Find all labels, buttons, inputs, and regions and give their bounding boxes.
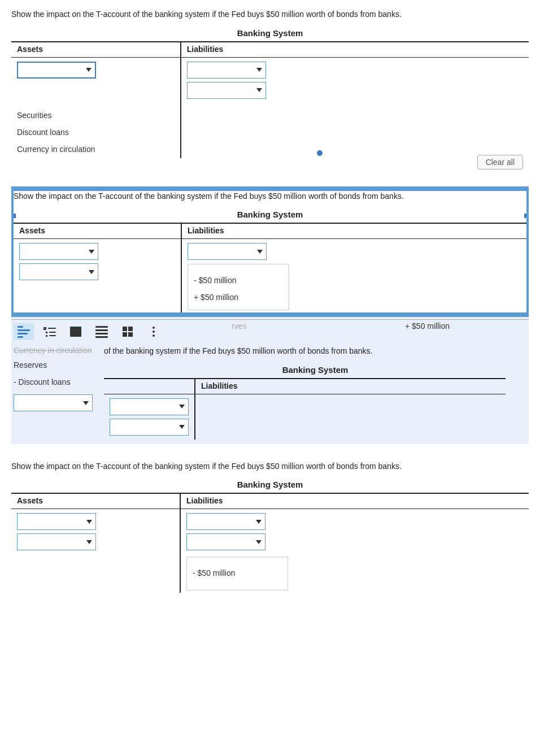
dropdown-arrow-icon bbox=[86, 520, 92, 524]
dropdown-arrow-icon bbox=[179, 405, 185, 409]
toolbar-btn-indent-right[interactable] bbox=[40, 323, 60, 340]
banking-system-title-3: Banking System bbox=[11, 480, 529, 489]
banking-system-title-1: Banking System bbox=[11, 28, 529, 38]
list-item-discount: Discount loans bbox=[17, 122, 175, 139]
blue-dot-marker bbox=[317, 150, 323, 156]
scroll-bar-2 bbox=[11, 312, 529, 317]
liabilities-cell-3 bbox=[180, 509, 529, 555]
liabilities-cell-1 bbox=[181, 57, 529, 103]
dropdown-arrow-icon bbox=[256, 68, 262, 72]
question-1: Show the impact on the T-account of the … bbox=[11, 9, 529, 20]
liabilities-value-cell-3: - $50 million bbox=[180, 554, 529, 593]
assets-header-3: Assets bbox=[11, 493, 180, 509]
mini-dropdown-1[interactable] bbox=[110, 398, 189, 415]
section-3: Show the impact on the T-account of the … bbox=[11, 461, 529, 593]
dropdown-arrow-icon bbox=[89, 250, 94, 254]
liability-dropdown-1[interactable] bbox=[187, 62, 266, 79]
table-row bbox=[104, 394, 506, 440]
table-row: - $50 million bbox=[11, 554, 529, 593]
dropdown-arrow-icon bbox=[256, 540, 262, 544]
dropdown-arrow-icon bbox=[179, 425, 185, 429]
table-row: Securities Discount loans Currency in ci… bbox=[11, 103, 529, 158]
assets-value-cell-3 bbox=[11, 554, 180, 593]
scroll-bar-1 bbox=[11, 186, 529, 191]
dropdown-arrow-icon bbox=[257, 250, 263, 254]
toolbar bbox=[11, 319, 529, 344]
liabilities-list-cell bbox=[181, 103, 529, 158]
asset-dropdown-5[interactable] bbox=[14, 394, 93, 411]
dropdown-arrow-icon bbox=[256, 520, 262, 524]
banking-system-title-2: Banking System bbox=[14, 210, 526, 219]
dropdown-arrow-icon bbox=[86, 540, 92, 544]
liability-dropdown-4[interactable] bbox=[186, 513, 265, 530]
dropdown-arrow-icon bbox=[256, 88, 262, 92]
value-minus-50-1: - $50 million bbox=[194, 270, 283, 287]
t-account-table-2: Assets Liabilities bbox=[14, 223, 526, 312]
toolbar-btn-table[interactable] bbox=[117, 323, 138, 340]
banking-system-title-overlap: Banking System bbox=[104, 365, 526, 375]
asset-dropdown-7[interactable] bbox=[17, 533, 96, 550]
t-account-overlap: Liabilities bbox=[104, 378, 506, 440]
assets-header-overlap bbox=[104, 379, 195, 394]
asset-dropdown-1[interactable] bbox=[17, 62, 96, 79]
clear-all-button[interactable]: Clear all bbox=[477, 155, 523, 170]
page-wrapper: Show the impact on the T-account of the … bbox=[0, 0, 540, 613]
assets-cell-2a bbox=[14, 239, 181, 313]
liabilities-header-3: Liabilities bbox=[180, 493, 529, 509]
section-1: Show the impact on the T-account of the … bbox=[11, 9, 529, 175]
overlap-right-area: of the banking system if the Fed buys $5… bbox=[104, 346, 526, 440]
toolbar-btn-more[interactable] bbox=[143, 323, 164, 340]
mini-dropdown-2[interactable] bbox=[110, 419, 189, 436]
liabilities-header-overlap: Liabilities bbox=[195, 379, 506, 394]
table-row: - $50 million + $50 million bbox=[14, 239, 526, 313]
question-overlap: of the banking system if the Fed buys $5… bbox=[104, 346, 526, 357]
indent-right-icon bbox=[43, 327, 56, 337]
table-icon bbox=[123, 327, 133, 337]
section-2: Show the impact on the T-account of the … bbox=[11, 191, 529, 313]
toolbar-btn-indent-left[interactable] bbox=[14, 323, 34, 340]
assets-header-2: Assets bbox=[14, 223, 181, 239]
liability-dropdown-2[interactable] bbox=[187, 82, 266, 99]
toolbar-btn-list[interactable] bbox=[92, 323, 112, 340]
assets-list-cell: Securities Discount loans Currency in ci… bbox=[11, 103, 181, 158]
liability-dropdown-5[interactable] bbox=[186, 533, 265, 550]
overlap-toolbar-area: rves + $50 million bbox=[11, 317, 529, 444]
block-icon bbox=[70, 327, 81, 337]
question-3: Show the impact on the T-account of the … bbox=[11, 461, 529, 472]
assets-cell-1 bbox=[11, 57, 181, 103]
t-account-table-3: Assets Liabilities bbox=[11, 493, 529, 593]
asset-dropdown-3[interactable] bbox=[19, 243, 98, 260]
indent-left-icon bbox=[18, 326, 30, 338]
mini-liabilities-cell bbox=[195, 394, 506, 440]
list-discount: - Discount loans bbox=[14, 372, 93, 389]
dropdown-arrow-icon bbox=[89, 270, 94, 274]
list-item-currency: Currency in circulation bbox=[17, 139, 175, 156]
t-account-table-1: Assets Liabilities bbox=[11, 41, 529, 158]
table-row bbox=[11, 509, 529, 555]
more-icon bbox=[153, 327, 155, 337]
dropdown-arrow-icon bbox=[83, 401, 89, 405]
dropdown-arrow-icon bbox=[86, 68, 92, 72]
assets-cell-3 bbox=[11, 509, 180, 555]
question-2: Show the impact on the T-account of the … bbox=[14, 191, 526, 202]
value-minus-50-3: - $50 million bbox=[193, 563, 282, 580]
liability-dropdown-3[interactable] bbox=[188, 243, 267, 260]
strike-currency: Currency in circulation bbox=[14, 346, 93, 355]
list-icon bbox=[95, 326, 108, 338]
value-plus-50-1: + $50 million bbox=[194, 287, 283, 304]
section-2-wrapper: Show the impact on the T-account of the … bbox=[11, 191, 529, 444]
list-item-securities: Securities bbox=[17, 105, 175, 122]
liabilities-header-2: Liabilities bbox=[181, 223, 526, 239]
overlap-list-area: Currency in circulation Reserves - Disco… bbox=[14, 346, 93, 413]
assets-header-1: Assets bbox=[11, 42, 181, 58]
toolbar-btn-block[interactable] bbox=[66, 323, 86, 340]
mini-assets-cell bbox=[104, 394, 195, 440]
liabilities-header-1: Liabilities bbox=[181, 42, 529, 58]
table-row bbox=[11, 57, 529, 103]
liabilities-cell-2: - $50 million + $50 million bbox=[181, 239, 526, 313]
list-reserves: Reserves bbox=[14, 355, 93, 372]
asset-dropdown-6[interactable] bbox=[17, 513, 96, 530]
asset-dropdown-4[interactable] bbox=[19, 263, 98, 280]
